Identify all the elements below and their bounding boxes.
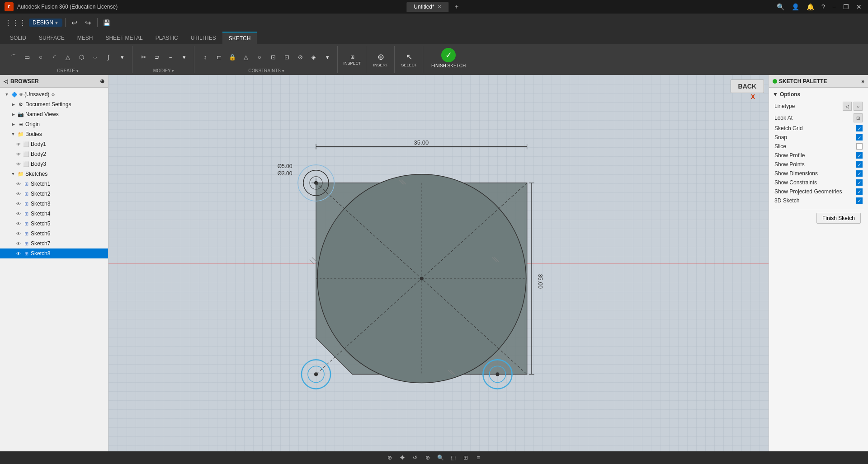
grid-btn[interactable]: ⊞ [460, 452, 471, 463]
expand-icon-views[interactable]: ▶ [10, 111, 16, 117]
rect-tool[interactable]: ▭ [21, 51, 33, 64]
3d-sketch-checkbox[interactable]: ✓ [856, 197, 863, 204]
eye-icon-body3[interactable]: 👁 [16, 162, 21, 167]
constrain-tool1[interactable]: ↕ [199, 51, 212, 64]
select-btn[interactable]: ↖ SELECT [399, 50, 419, 70]
app-menu-icon[interactable]: ⋮⋮⋮ [3, 19, 28, 27]
pan-btn[interactable]: ✥ [397, 452, 408, 463]
arc-tool[interactable]: ◜ [48, 51, 61, 64]
tree-item-sketch7[interactable]: 👁 ⊞ Sketch7 [0, 239, 108, 248]
inspect-btn[interactable]: ⊞ INSPECT [342, 50, 362, 70]
finish-sketch-toolbar-btn[interactable]: ✓ FINISH SKETCH [428, 46, 469, 70]
show-dimensions-checkbox[interactable]: ✓ [856, 170, 863, 177]
save-button[interactable]: 💾 [100, 16, 113, 29]
canvas-area[interactable]: BACK X 35.00 35.00 [108, 75, 769, 451]
palette-expand-icon[interactable]: » [861, 78, 864, 84]
offset-tool[interactable]: ⊃ [151, 51, 163, 64]
eye-icon-sketch2[interactable]: 👁 [16, 192, 21, 197]
eye-icon-sketch7[interactable]: 👁 [16, 241, 21, 246]
constrain-tool4[interactable]: △ [240, 51, 252, 64]
tree-item-doc-settings[interactable]: ▶ ⚙ Document Settings [0, 99, 108, 109]
expand-icon-sketches[interactable]: ▼ [10, 171, 16, 177]
active-tab[interactable]: Untitled* ✕ [406, 2, 448, 12]
expand-icon-bodies[interactable]: ▼ [10, 131, 16, 137]
tab-sheet-metal[interactable]: SHEET METAL [99, 32, 149, 44]
tree-item-body1[interactable]: 👁 ⬜ Body1 [0, 139, 108, 149]
slice-checkbox[interactable] [856, 143, 863, 150]
display-mode-btn[interactable]: ⬚ [448, 452, 458, 463]
tree-item-sketch8[interactable]: 👁 ⊞ Sketch8 [0, 248, 108, 258]
eye-icon-body1[interactable]: 👁 [16, 142, 21, 147]
constrain-tool9[interactable]: ◈ [307, 51, 320, 64]
circle-tool[interactable]: ○ [34, 51, 47, 64]
tree-item-unsaved[interactable]: ▼ 🔷 👁 (Unsaved) ⚙ [0, 89, 108, 99]
close-button[interactable]: ✕ [854, 3, 863, 10]
scissors-tool[interactable]: ✂ [137, 51, 150, 64]
show-points-checkbox[interactable]: ✓ [856, 161, 863, 168]
tab-solid[interactable]: SOLID [4, 32, 33, 44]
eye-icon-sketch1[interactable]: 👁 [16, 182, 21, 187]
tab-mesh[interactable]: MESH [71, 32, 99, 44]
tree-item-sketch3[interactable]: 👁 ⊞ Sketch3 [0, 199, 108, 209]
tab-sketch[interactable]: SKETCH [222, 32, 257, 44]
account-button[interactable]: 👤 [790, 3, 801, 10]
eye-icon-body2[interactable]: 👁 [16, 152, 21, 157]
tree-item-bodies[interactable]: ▼ 📁 Bodies [0, 129, 108, 139]
tab-utilities[interactable]: UTILITIES [184, 32, 222, 44]
more-view-btn[interactable]: ≡ [473, 452, 484, 463]
triangle-tool[interactable]: △ [61, 51, 74, 64]
notifications-button[interactable]: 🔔 [805, 3, 816, 10]
help-button[interactable]: ? [820, 3, 827, 10]
maximize-button[interactable]: ❐ [841, 3, 851, 10]
curve-tool[interactable]: ⌣ [89, 51, 101, 64]
zoom-fit-btn[interactable]: ⊕ [422, 452, 433, 463]
tree-item-sketch1[interactable]: 👁 ⊞ Sketch1 [0, 179, 108, 189]
constrain-tool5[interactable]: ○ [253, 51, 266, 64]
tree-item-sketch6[interactable]: 👁 ⊞ Sketch6 [0, 229, 108, 239]
expand-icon[interactable]: ▼ [4, 91, 10, 98]
conic-tool[interactable]: ∫ [102, 51, 115, 64]
redo-button[interactable]: ↪ [82, 16, 94, 29]
expand-icon-doc[interactable]: ▶ [10, 101, 16, 108]
show-constraints-checkbox[interactable]: ✓ [856, 179, 863, 186]
tree-item-sketch5[interactable]: 👁 ⊞ Sketch5 [0, 219, 108, 229]
line-tool[interactable]: ⌒ [7, 51, 20, 64]
constrain-tool6[interactable]: ⊡ [267, 51, 279, 64]
minimize-button[interactable]: − [830, 3, 838, 10]
eye-icon-unsaved[interactable]: 👁 [19, 92, 24, 97]
orbit-btn[interactable]: ↺ [410, 452, 420, 463]
insert-btn[interactable]: ⊕ INSERT [371, 50, 391, 70]
tab-close-icon[interactable]: ✕ [437, 4, 442, 10]
search-button[interactable]: 🔍 [775, 3, 786, 10]
poly-tool[interactable]: ⬡ [75, 51, 88, 64]
tree-item-origin[interactable]: ▶ ⊕ Origin [0, 119, 108, 129]
constraints-dropdown[interactable]: ▾ [321, 51, 334, 64]
undo-button[interactable]: ↩ [68, 16, 81, 29]
palette-options-title[interactable]: ▼ Options [773, 91, 864, 98]
tree-item-body2[interactable]: 👁 ⬜ Body2 [0, 149, 108, 159]
eye-icon-sketch6[interactable]: 👁 [16, 231, 21, 236]
browser-settings-icon[interactable]: ⊕ [100, 78, 104, 84]
linetype-btn2[interactable]: ○ [854, 102, 863, 111]
zoom-btn[interactable]: 🔍 [435, 452, 446, 463]
constrain-tool7[interactable]: ⊡ [280, 51, 293, 64]
tree-item-sketch4[interactable]: 👁 ⊞ Sketch4 [0, 209, 108, 219]
linetype-btn1[interactable]: ◁ [843, 102, 852, 111]
expand-icon-origin[interactable]: ▶ [10, 121, 16, 127]
modify-dropdown[interactable]: ▾ [178, 51, 190, 64]
tree-item-sketch2[interactable]: 👁 ⊞ Sketch2 [0, 189, 108, 199]
lookat-btn[interactable]: ⊡ [854, 113, 863, 122]
create-dropdown[interactable]: ▾ [116, 51, 128, 64]
eye-icon-sketch4[interactable]: 👁 [16, 211, 21, 216]
view-home-btn[interactable]: ⊕ [384, 452, 395, 463]
settings-gear-icon[interactable]: ⚙ [51, 92, 55, 97]
sketch-grid-checkbox[interactable]: ✓ [856, 125, 863, 131]
tree-item-named-views[interactable]: ▶ 📷 Named Views [0, 109, 108, 119]
tab-plastic[interactable]: PLASTIC [149, 32, 184, 44]
new-tab-button[interactable]: ＋ [452, 3, 462, 11]
snap-checkbox[interactable]: ✓ [856, 134, 863, 141]
constrain-tool2[interactable]: ⊏ [212, 51, 225, 64]
tab-surface[interactable]: SURFACE [33, 32, 71, 44]
constrain-tool3[interactable]: 🔒 [226, 51, 239, 64]
tree-item-sketches[interactable]: ▼ 📁 Sketches [0, 169, 108, 179]
